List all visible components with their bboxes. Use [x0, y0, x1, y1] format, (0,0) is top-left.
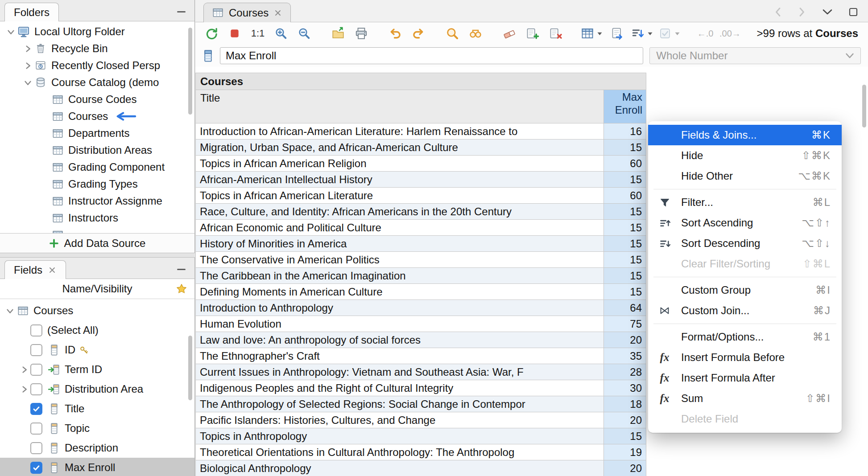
visibility-checkbox[interactable]	[30, 324, 42, 336]
visibility-checkbox[interactable]	[30, 403, 42, 415]
favorite-star-icon[interactable]	[176, 283, 187, 295]
visibility-checkbox[interactable]	[30, 423, 42, 435]
sort-options-button[interactable]	[631, 25, 653, 42]
course-title-cell[interactable]: The Caribbean in the American Imaginatio…	[196, 268, 604, 284]
chevron-right-icon[interactable]	[21, 45, 34, 53]
course-title-cell[interactable]: Race, Culture, and Identity: African Ame…	[196, 204, 604, 220]
max-enroll-cell[interactable]: 18	[604, 396, 646, 412]
folders-tree-item-grading-component[interactable]: Grading Component	[0, 159, 194, 176]
course-title-cell[interactable]: History of Minorities in America	[196, 236, 604, 252]
max-enroll-cell[interactable]: 15	[604, 140, 646, 156]
visibility-checkbox[interactable]	[30, 364, 42, 376]
insert-record-button[interactable]	[524, 25, 541, 42]
max-enroll-cell[interactable]: 60	[604, 156, 646, 172]
print-button[interactable]	[352, 25, 370, 42]
fields-tree-item-select-all[interactable]: (Select All)	[0, 320, 194, 340]
menu-item-fields-joins[interactable]: Fields & Joins...⌘K	[648, 125, 842, 145]
max-enroll-cell[interactable]: 15	[604, 220, 646, 236]
menu-item-insert-formula-after[interactable]: fxInsert Formula After	[648, 368, 842, 388]
chevron-right-icon[interactable]	[21, 62, 34, 70]
fields-tree-item-courses[interactable]: Courses	[0, 301, 194, 320]
course-title-cell[interactable]: Theoretical Orientations in Cultural Ant…	[196, 444, 604, 460]
zoom-in-button[interactable]	[272, 25, 290, 42]
fields-tree-item-id[interactable]: ID	[0, 340, 194, 360]
maximize-icon[interactable]	[848, 7, 858, 17]
main-scrollbar-thumb[interactable]	[862, 85, 866, 127]
course-title-cell[interactable]: The Anthropology of Selected Regions: So…	[196, 396, 604, 412]
add-data-source-button[interactable]: Add Data Source	[0, 233, 194, 253]
course-title-cell[interactable]: Indigenous Peoples and the Right of Cult…	[196, 380, 604, 396]
folders-tree-item-course-catalog-demo[interactable]: Course Catalog (demo	[0, 74, 194, 91]
course-title-cell[interactable]: Human Evolution	[196, 316, 604, 332]
menu-item-hide[interactable]: Hide⇧⌘K	[648, 145, 842, 166]
folders-tree-item-grading-types[interactable]: Grading Types	[0, 176, 194, 193]
max-enroll-cell[interactable]: 64	[604, 300, 646, 316]
fields-tree-item-topic[interactable]: Topic	[0, 419, 194, 438]
course-title-cell[interactable]: African Economic and Political Culture	[196, 220, 604, 236]
menu-item-custom-join[interactable]: Custom Join...⌘J	[648, 300, 842, 321]
folders-tree-item[interactable]	[0, 226, 194, 233]
formula-input[interactable]	[220, 47, 643, 64]
max-enroll-cell[interactable]: 60	[604, 188, 646, 204]
course-title-cell[interactable]: Topics in African American Literature	[196, 188, 604, 204]
max-enroll-cell[interactable]: 20	[604, 412, 646, 428]
max-enroll-cell[interactable]: 15	[604, 284, 646, 300]
tab-courses[interactable]: Courses	[203, 3, 291, 22]
data-type-select[interactable]: Whole Number	[649, 47, 861, 64]
fields-tree-item-term-id[interactable]: Term ID	[0, 360, 194, 379]
find-button[interactable]	[443, 25, 461, 42]
max-enroll-cell[interactable]: 30	[604, 380, 646, 396]
course-title-cell[interactable]: Current Issues in Anthropology: Vietnam …	[196, 364, 604, 380]
delete-record-button[interactable]	[547, 25, 565, 42]
visibility-checkbox[interactable]	[30, 462, 42, 474]
course-title-cell[interactable]: Introduction to African-American Literat…	[196, 123, 604, 140]
max-enroll-cell[interactable]: 15	[604, 252, 646, 268]
visibility-checkbox[interactable]	[30, 344, 42, 356]
open-perspective-button[interactable]	[329, 25, 347, 42]
table-group-header[interactable]: Courses	[196, 73, 646, 90]
menu-item-insert-formula-before[interactable]: fxInsert Formula Before	[648, 347, 842, 368]
folders-tree-item-departments[interactable]: Departments	[0, 125, 194, 142]
chevron-down-icon[interactable]	[822, 8, 833, 16]
max-enroll-cell[interactable]: 20	[604, 332, 646, 348]
menu-item-hide-other[interactable]: Hide Other⌥⌘K	[648, 166, 842, 186]
folders-tree-item-instructor-assignme[interactable]: Instructor Assignme	[0, 193, 194, 209]
course-title-cell[interactable]: The Ethnographer's Craft	[196, 348, 604, 364]
max-enroll-cell[interactable]: 75	[604, 316, 646, 332]
tab-fields[interactable]: Fields	[4, 260, 66, 279]
fields-tree-item-max-enroll[interactable]: Max Enroll	[0, 458, 194, 476]
fields-tree-item-distribution-area[interactable]: Distribution Area	[0, 379, 194, 399]
folders-tree-item-courses[interactable]: Courses	[0, 108, 194, 125]
zoom-ratio-label[interactable]: 1:1	[249, 25, 267, 42]
chevron-right-icon[interactable]	[18, 386, 30, 393]
chevron-down-icon[interactable]	[4, 28, 17, 36]
course-title-cell[interactable]: Migration, Urban Space, and African-Amer…	[196, 140, 604, 156]
close-fields-panel-icon[interactable]	[48, 266, 57, 275]
chevron-down-icon[interactable]	[4, 307, 16, 315]
course-title-cell[interactable]: Topics in Anthropology	[196, 428, 604, 444]
fields-scrollbar-thumb[interactable]	[188, 336, 192, 400]
folders-tree-item-recently-closed-persp[interactable]: Recently Closed Persp	[0, 57, 194, 74]
column-header-title[interactable]: Title	[196, 90, 604, 123]
minimize-fields-panel-button[interactable]	[175, 263, 187, 275]
course-title-cell[interactable]: Pacific Islanders: Histories, Cultures, …	[196, 412, 604, 428]
course-title-cell[interactable]: Introduction to Anthropology	[196, 300, 604, 316]
new-perspective-button[interactable]	[608, 25, 626, 42]
course-title-cell[interactable]: Defining Moments in American Culture	[196, 284, 604, 300]
course-title-cell[interactable]: Law and love: An anthropology of social …	[196, 332, 604, 348]
stop-button[interactable]	[226, 25, 244, 42]
folders-tree-item-local-ultorg-folder[interactable]: Local Ultorg Folder	[0, 23, 194, 40]
find-related-button[interactable]	[467, 25, 484, 42]
max-enroll-cell[interactable]: 28	[604, 364, 646, 380]
minimize-folders-panel-button[interactable]	[175, 5, 187, 18]
course-title-cell[interactable]: Topics in African American Religion	[196, 156, 604, 172]
max-enroll-cell[interactable]: 19	[604, 444, 646, 460]
folders-tree-item-recycle-bin[interactable]: Recycle Bin	[0, 40, 194, 57]
course-title-cell[interactable]: African-American Intellectual History	[196, 172, 604, 188]
erase-format-button[interactable]	[500, 25, 518, 42]
column-header-max-enroll[interactable]: Max Enroll	[604, 90, 646, 123]
fields-tree-item-description[interactable]: Description	[0, 438, 194, 458]
max-enroll-cell[interactable]: 35	[604, 348, 646, 364]
folders-tree-item-instructors[interactable]: Instructors	[0, 209, 194, 226]
menu-item-custom-group[interactable]: Custom Group⌘I	[648, 280, 842, 300]
